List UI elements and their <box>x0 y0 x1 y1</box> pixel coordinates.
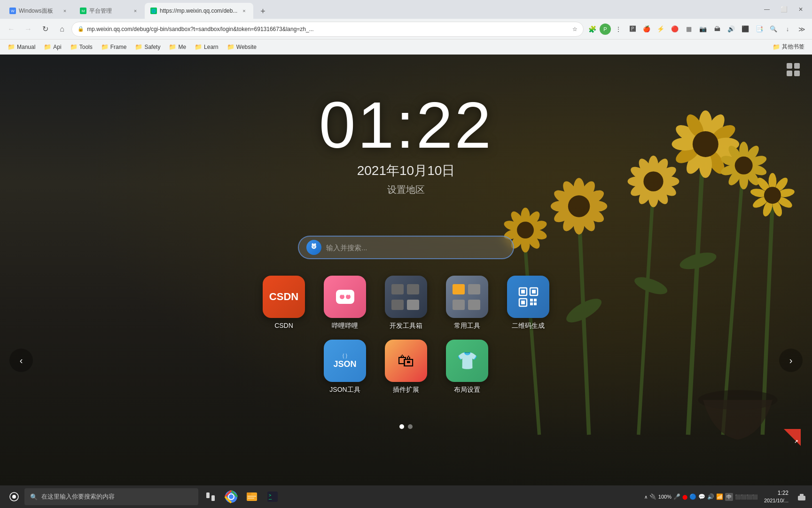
svg-point-87 <box>312 243 313 245</box>
address-bar[interactable]: 🔒 ☆ <box>71 22 584 37</box>
task-view-button[interactable] <box>200 486 221 507</box>
tray-up-arrow[interactable]: ∧ <box>644 494 648 500</box>
bookmark-manual[interactable]: 📁 Manual <box>4 41 39 52</box>
app-plugins[interactable]: 🛍 插件扩展 <box>380 340 432 394</box>
svg-rect-117 <box>247 492 251 495</box>
extra-icon-6[interactable]: 📷 <box>696 23 710 36</box>
svg-rect-124 <box>800 494 804 497</box>
tray-power-icon: 🔌 <box>649 493 656 500</box>
other-bookmarks[interactable]: 📁 其他书签 <box>769 41 808 53</box>
svg-rect-100 <box>532 290 536 294</box>
app-layout[interactable]: 👕 布局设置 <box>441 340 493 394</box>
url-input[interactable] <box>87 26 570 32</box>
svg-rect-92 <box>336 290 354 304</box>
dot-2[interactable] <box>408 424 413 429</box>
expand-icon[interactable]: ≫ <box>795 23 808 36</box>
extra-icon-5[interactable]: ▦ <box>682 23 695 36</box>
app-icon-csdn: CSDN <box>263 276 305 318</box>
start-button[interactable] <box>4 486 24 507</box>
tray-bluetooth-icon: 🔵 <box>689 493 696 500</box>
taskbar-right: ∧ 🔌 100% 🎤 ⬤ 🔵 💬 🔊 📶 中 ⬛⬛⬛⬛ 1:22 2021/10… <box>644 487 808 506</box>
svg-point-90 <box>314 246 315 247</box>
svg-rect-103 <box>530 299 533 302</box>
app-bilibili[interactable]: 哔哩哔哩 <box>319 276 371 330</box>
extra-icon-2[interactable]: 🍎 <box>640 23 653 36</box>
tray-volume-icon[interactable]: 🔊 <box>707 493 714 500</box>
folder-icon-other: 📁 <box>773 43 780 50</box>
app-csdn[interactable]: CSDN CSDN <box>258 276 310 330</box>
app-icon-json: { } JSON <box>324 340 366 382</box>
dot-1[interactable] <box>399 424 404 429</box>
app-devtools[interactable]: 开发工具箱 <box>380 276 432 330</box>
prev-page-button[interactable]: ‹ <box>9 349 33 372</box>
close-window-button[interactable]: ✕ <box>793 2 808 17</box>
grid-icon[interactable] <box>786 62 801 80</box>
tab-title-platform: 平台管理 <box>89 7 129 15</box>
extra-icon-1[interactable]: 🅿 <box>626 23 639 36</box>
notification-button[interactable] <box>795 487 808 506</box>
bookmark-me[interactable]: 📁 Me <box>165 41 190 52</box>
bookmark-tools[interactable]: 📁 Tools <box>66 41 96 52</box>
tab-close-platform[interactable]: × <box>132 7 139 15</box>
browser-frame: W Windows面板 × M 平台管理 × 🌐 https://mp.weix… <box>0 0 812 508</box>
svg-rect-104 <box>534 299 537 302</box>
search-input-wrap[interactable] <box>298 236 514 259</box>
tab-sandbox[interactable]: 🌐 https://mp.weixin.qq.com/deb... × <box>145 3 253 19</box>
extensions-icon[interactable]: 🧩 <box>586 23 599 36</box>
home-button[interactable]: ⌂ <box>55 22 70 37</box>
app-qrcode[interactable]: 二维码生成 <box>502 276 554 330</box>
bookmark-learn[interactable]: 📁 Learn <box>191 41 222 52</box>
maximize-button[interactable]: ⬜ <box>776 2 791 17</box>
new-tab-button[interactable]: + <box>255 4 270 19</box>
app-row-1: CSDN CSDN 哔哩哔 <box>223 276 589 330</box>
minimize-button[interactable]: — <box>759 2 774 17</box>
extra-icon-12[interactable]: ↓ <box>781 23 794 36</box>
extra-icon-8[interactable]: 🔊 <box>725 23 738 36</box>
svg-rect-84 <box>787 71 792 76</box>
taskbar-clock[interactable]: 1:22 2021/10/... <box>760 489 792 504</box>
app-tools[interactable]: 常用工具 <box>441 276 493 330</box>
extra-icon-9[interactable]: ⬛ <box>739 23 752 36</box>
extra-icon-4[interactable]: 🔴 <box>668 23 681 36</box>
next-page-button[interactable]: › <box>779 349 803 372</box>
taskbar-search-icon: 🔍 <box>30 493 38 500</box>
extra-icon-11[interactable]: 🔍 <box>767 23 780 36</box>
app-icon-qrcode <box>507 276 549 318</box>
star-icon[interactable]: ☆ <box>572 26 578 32</box>
tray-network-icon[interactable]: 📶 <box>716 493 723 500</box>
clock-location[interactable]: 设置地区 <box>319 183 493 196</box>
taskbar-time: 1:22 <box>764 489 789 497</box>
bookmark-website[interactable]: 📁 Website <box>223 41 260 52</box>
tab-platform[interactable]: M 平台管理 × <box>74 3 145 19</box>
tab-windows[interactable]: W Windows面板 × <box>4 3 74 19</box>
taskbar-chrome[interactable] <box>221 486 242 507</box>
bookmark-website-label: Website <box>236 44 257 50</box>
bookmark-frame[interactable]: 📁 Frame <box>97 41 131 52</box>
taskbar-files[interactable] <box>242 486 262 507</box>
extra-icon-7[interactable]: 🏔 <box>710 23 724 36</box>
reload-button[interactable]: ↻ <box>38 22 53 37</box>
app-label-plugins: 插件扩展 <box>393 386 419 394</box>
extra-icon-10[interactable]: 📑 <box>753 23 766 36</box>
bookmark-api[interactable]: 📁 Api <box>40 41 65 52</box>
profile-icon[interactable]: P <box>600 24 611 35</box>
app-json[interactable]: { } JSON JSON工具 <box>319 340 371 394</box>
extra-icon-3[interactable]: ⚡ <box>654 23 667 36</box>
taskbar-search[interactable]: 🔍 在这里输入你要搜索的内容 <box>24 488 198 505</box>
settings-icon[interactable]: ⋮ <box>612 23 625 36</box>
toolbar-actions: 🧩 P ⋮ 🅿 🍎 ⚡ 🔴 ▦ 📷 🏔 🔊 ⬛ 📑 🔍 ↓ ≫ <box>586 23 808 36</box>
svg-rect-118 <box>248 496 256 497</box>
forward-button[interactable]: → <box>21 22 36 37</box>
tab-title-sandbox: https://mp.weixin.qq.com/deb... <box>160 8 237 14</box>
tab-close-sandbox[interactable]: × <box>240 7 248 15</box>
back-button[interactable]: ← <box>4 22 19 37</box>
app-icon-bilibili <box>324 276 366 318</box>
tab-close-windows[interactable]: × <box>61 7 69 15</box>
bookmarks-right: 📁 其他书签 <box>769 41 808 53</box>
taskbar-terminal[interactable]: _ > <box>262 486 283 507</box>
clock-time: 01:22 <box>319 92 493 158</box>
bookmark-safety[interactable]: 📁 Safety <box>131 41 164 52</box>
browser-toolbar: ← → ↻ ⌂ 🔒 ☆ 🧩 P ⋮ 🅿 🍎 ⚡ 🔴 ▦ 📷 🏔 🔊 ⬛ 📑 🔍 … <box>0 19 812 40</box>
folder-icon-website: 📁 <box>227 43 234 50</box>
search-input[interactable] <box>326 244 506 252</box>
